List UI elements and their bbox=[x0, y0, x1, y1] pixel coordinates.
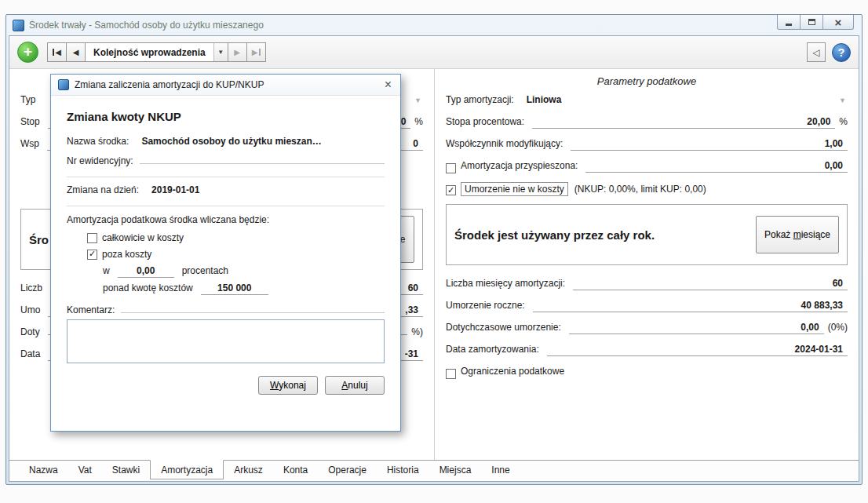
nazwa-srodka-row: Nazwa środka: Samochód osoboy do użytku … bbox=[67, 136, 385, 150]
komentarz-label: Komentarz: bbox=[67, 304, 115, 315]
dotychczasowe-row: Dotychczasowe umorzenie: 0,00 (0%) bbox=[446, 322, 848, 338]
tab-stawki[interactable]: Stawki bbox=[102, 461, 150, 479]
nav-next-button[interactable]: ▶ bbox=[228, 42, 247, 62]
zmiana-na-dzien-row: Zmiana na dzień: 2019-01-01 bbox=[67, 184, 385, 199]
procent-field[interactable]: 0,00 bbox=[118, 265, 174, 278]
nr-ewidencyjny-field[interactable] bbox=[140, 163, 385, 164]
window-controls: × bbox=[778, 15, 854, 30]
caret-down-icon[interactable]: ▼ bbox=[213, 43, 228, 61]
przyspieszona-row: Amortyzacja przyspieszona: 0,00 bbox=[446, 160, 848, 177]
umorzenie-nie-w-koszty-row: ✓ Umorzenie nie w koszty (NKUP: 0,00%, l… bbox=[446, 182, 848, 199]
right-panel-title: Parametry podatkowe bbox=[446, 75, 848, 94]
nav-last-icon: ▶ bbox=[252, 48, 258, 56]
record-navigator: ◀ ◀ Kolejność wprowadzenia ▼ ▶ ▶ bbox=[48, 42, 266, 62]
umorzenie-nie-w-koszty-label[interactable]: Umorzenie nie w koszty bbox=[461, 182, 568, 196]
dotychczasowe-label: Dotychczasowe umorzenie: bbox=[446, 322, 561, 333]
nazwa-srodka-value: Samochód osoboy do użytku mieszan… bbox=[141, 136, 321, 147]
tab-konta[interactable]: Konta bbox=[273, 461, 318, 479]
typ-amortyzacji-value[interactable]: Liniowa bbox=[527, 94, 562, 105]
nav-first-button[interactable]: ◀ bbox=[47, 42, 67, 62]
umorzenie-nkup-note: (NKUP: 0,00%, limit KUP: 0,00) bbox=[574, 184, 706, 195]
nr-ewidencyjny-label: Nr ewidencyjny: bbox=[67, 155, 133, 166]
left-umorzenie-label: Umo bbox=[20, 304, 40, 315]
window-title: Środek trwały - Samochód osoby do użytku… bbox=[29, 20, 264, 31]
minimize-button[interactable] bbox=[777, 15, 801, 30]
data-zamortyzowania-field[interactable]: 2024-01-31 bbox=[547, 344, 848, 356]
left-typ-label: Typ bbox=[20, 94, 35, 105]
nav-next-icon: ▶ bbox=[234, 48, 240, 56]
caly-rok-group-box: Środek jest używany przez cały rok. Poka… bbox=[446, 204, 848, 265]
stopa-procentowa-suffix: % bbox=[839, 116, 848, 127]
tab-operacje[interactable]: Operacje bbox=[318, 461, 377, 479]
close-button[interactable]: × bbox=[822, 15, 854, 30]
sort-order-dropdown[interactable]: Kolejność wprowadzenia ▼ bbox=[85, 42, 228, 62]
ograniczenia-label: Ograniczenia podatkowe bbox=[461, 366, 564, 377]
nav-last-button[interactable]: ▶ bbox=[246, 42, 266, 62]
sort-order-value: Kolejność wprowadzenia bbox=[86, 43, 213, 61]
tab-miejsca[interactable]: Miejsca bbox=[429, 461, 482, 479]
tab-bar: Nazwa Vat Stawki Amortyzacja Arkusz Kont… bbox=[9, 460, 859, 481]
poza-koszty-option-row: ✓ poza koszty bbox=[87, 249, 385, 260]
close-icon: × bbox=[385, 78, 392, 91]
przyspieszona-checkbox[interactable] bbox=[446, 163, 456, 173]
tab-historia[interactable]: Historia bbox=[377, 461, 429, 479]
app-icon bbox=[13, 20, 24, 31]
back-icon: ◁ bbox=[812, 47, 819, 58]
ograniczenia-checkbox[interactable] bbox=[446, 369, 456, 379]
left-wspolczynnik-label: Wsp bbox=[20, 138, 39, 149]
back-button[interactable]: ◁ bbox=[807, 42, 826, 62]
caret-down-icon[interactable]: ▼ bbox=[839, 97, 848, 104]
liczba-miesiecy-label: Liczba miesięcy amortyzacji: bbox=[446, 278, 565, 289]
dialog-titlebar: Zmiana zaliczenia amortyzacji do KUP/NKU… bbox=[51, 75, 400, 96]
dialog-close-button[interactable]: × bbox=[383, 78, 393, 91]
toolbar-right: ◁ ? bbox=[807, 42, 851, 62]
anuluj-button[interactable]: Anuluj bbox=[325, 376, 385, 395]
minimize-icon bbox=[786, 24, 792, 26]
nav-prev-icon: ◀ bbox=[73, 48, 79, 56]
maximize-icon bbox=[808, 19, 815, 25]
calkowicie-checkbox[interactable] bbox=[87, 233, 97, 243]
tab-arkusz[interactable]: Arkusz bbox=[224, 461, 273, 479]
tab-nazwa[interactable]: Nazwa bbox=[19, 461, 68, 479]
ponad-kwote-label: ponad kwotę kosztów bbox=[103, 282, 193, 293]
kup-nkup-dialog: Zmiana zaliczenia amortyzacji do KUP/NKU… bbox=[50, 74, 401, 432]
left-stopa-label: Stop bbox=[20, 116, 40, 127]
nav-prev-button[interactable]: ◀ bbox=[66, 42, 86, 62]
caret-down-icon[interactable]: ▼ bbox=[414, 97, 423, 104]
tab-amortyzacja[interactable]: Amortyzacja bbox=[150, 460, 224, 479]
umorzenie-roczne-field[interactable]: 40 883,33 bbox=[533, 300, 848, 312]
zmiana-na-dzien-value[interactable]: 2019-01-01 bbox=[151, 184, 199, 195]
poza-koszty-checkbox[interactable]: ✓ bbox=[87, 250, 97, 260]
first-bar-icon bbox=[53, 49, 54, 56]
dialog-buttons: Wykonaj Anuluj bbox=[67, 376, 385, 395]
dialog-heading: Zmiana kwoty NKUP bbox=[67, 110, 385, 123]
data-zamortyzowania-label: Data zamortyzowania: bbox=[446, 344, 539, 355]
dotychczasowe-field[interactable]: 0,00 bbox=[569, 322, 824, 334]
w-label: w bbox=[103, 265, 110, 276]
liczba-miesiecy-field[interactable]: 60 bbox=[573, 278, 848, 290]
stopa-procentowa-field[interactable]: 20,00 bbox=[532, 116, 835, 129]
add-record-button[interactable]: + bbox=[17, 42, 38, 63]
maximize-button[interactable] bbox=[800, 15, 823, 30]
ponad-kwote-field[interactable]: 150 000 bbox=[201, 282, 268, 295]
typ-amortyzacji-label: Typ amortyzacji: bbox=[446, 94, 514, 105]
screen: Środek trwały - Samochód osoby do użytku… bbox=[0, 0, 868, 503]
tab-inne[interactable]: Inne bbox=[481, 461, 520, 479]
pokaz-miesiace-button[interactable]: Pokaż miesiące bbox=[756, 216, 839, 253]
przyspieszona-field[interactable]: 0,00 bbox=[585, 160, 848, 173]
tab-vat[interactable]: Vat bbox=[68, 461, 102, 479]
umorzenie-nie-w-koszty-checkbox[interactable]: ✓ bbox=[446, 185, 456, 195]
left-liczba-label: Liczb bbox=[20, 282, 42, 293]
komentarz-textarea[interactable] bbox=[67, 319, 385, 363]
help-button[interactable]: ? bbox=[832, 43, 851, 62]
stopa-procentowa-label: Stopa procentowa: bbox=[446, 116, 524, 127]
wykonaj-button[interactable]: Wykonaj bbox=[258, 376, 318, 395]
last-bar-icon bbox=[259, 49, 261, 56]
left-data-label: Data bbox=[20, 348, 40, 359]
wspolczynnik-row: Współczynnik modyfikujący: 1,00 bbox=[446, 138, 848, 155]
wspolczynnik-field[interactable]: 1,00 bbox=[571, 138, 848, 151]
calkowicie-label: całkowicie w koszty bbox=[102, 232, 184, 243]
left-dotychczasowe-label: Doty bbox=[20, 326, 40, 337]
komentarz-rule bbox=[121, 312, 385, 313]
calkowicie-option-row: całkowicie w koszty bbox=[87, 232, 385, 243]
